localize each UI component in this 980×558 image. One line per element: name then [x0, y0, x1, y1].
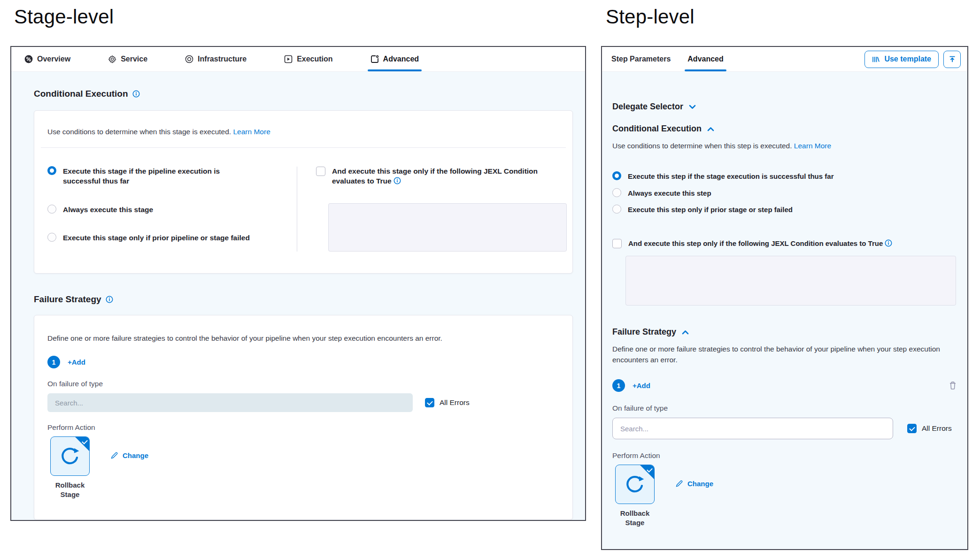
tab-service-label: Service — [121, 55, 147, 63]
jexl-checkbox[interactable] — [612, 239, 622, 248]
failure-type-search-input[interactable] — [612, 418, 893, 439]
radio-option-failed[interactable]: Execute this stage only if prior pipelin… — [47, 233, 297, 243]
radio-option-label: Execute this stage if the pipeline execu… — [63, 167, 227, 186]
overview-icon — [24, 55, 33, 63]
perform-action-label: Perform Action — [612, 451, 957, 460]
jexl-label-text: And execute this step only if the follow… — [628, 239, 883, 247]
strategy-count-badge[interactable]: 1 — [47, 356, 60, 368]
radio-icon — [612, 205, 621, 214]
failure-type-search-input[interactable] — [47, 393, 413, 412]
change-label: Change — [123, 451, 148, 459]
stage-failure-strategy-description: Define one or more failure strategies to… — [34, 315, 572, 344]
step-failure-strategy-header[interactable]: Failure Strategy — [612, 327, 957, 337]
screenshot-canvas: Stage-level Step-level Overview Service — [0, 0, 980, 558]
tab-execution[interactable]: Execution — [284, 47, 332, 71]
chevron-down-icon — [689, 105, 696, 109]
rollback-stage-action-tile[interactable] — [50, 436, 90, 476]
stage-jexl-checkbox-row[interactable]: And execute this stage only if the follo… — [316, 167, 572, 186]
tab-step-parameters-label: Step Parameters — [611, 55, 671, 63]
info-icon[interactable] — [132, 90, 140, 98]
tab-infrastructure-label: Infrastructure — [198, 55, 247, 63]
advanced-icon — [370, 55, 379, 63]
learn-more-link[interactable]: Learn More — [233, 128, 270, 136]
radio-option-success[interactable]: Execute this stage if the pipeline execu… — [47, 167, 297, 186]
upgrade-template-button[interactable] — [943, 51, 961, 68]
all-errors-label: All Errors — [922, 424, 952, 433]
change-action-link[interactable]: Change — [675, 480, 713, 488]
on-failure-of-type-label: On failure of type — [47, 380, 559, 388]
all-errors-checkbox-row[interactable]: All Errors — [425, 398, 470, 407]
radio-option-label: Always execute this stage — [63, 205, 153, 215]
radio-icon — [47, 166, 56, 175]
selected-corner-badge — [640, 465, 654, 479]
radio-icon — [47, 233, 56, 242]
stage-failure-strategy-title: Failure Strategy — [34, 294, 585, 305]
stage-conditional-execution-description: Use conditions to determine when this st… — [34, 111, 572, 147]
delegate-selector-header[interactable]: Delegate Selector — [612, 102, 957, 112]
radio-option-label: Execute this step if the stage execution… — [628, 172, 833, 181]
tab-step-parameters[interactable]: Step Parameters — [611, 47, 671, 71]
delete-strategy-icon[interactable] — [949, 381, 957, 390]
infrastructure-icon — [185, 55, 193, 63]
all-errors-checkbox[interactable] — [425, 398, 434, 407]
tab-overview-label: Overview — [37, 55, 70, 63]
jexl-label: And execute this stage only if the follo… — [332, 167, 539, 186]
stage-jexl-condition-input[interactable] — [328, 203, 567, 252]
info-icon[interactable] — [394, 177, 401, 184]
strategy-count-badge[interactable]: 1 — [612, 379, 625, 392]
all-errors-label: All Errors — [440, 398, 470, 407]
jexl-checkbox[interactable] — [316, 167, 325, 176]
stage-advanced-panel: Overview Service Infrastructure Executio… — [10, 46, 586, 521]
tab-step-advanced-label: Advanced — [687, 55, 723, 63]
step-conditional-execution-description: Use conditions to determine when this st… — [612, 141, 955, 151]
use-template-label: Use template — [884, 55, 931, 63]
change-action-link[interactable]: Change — [110, 451, 148, 459]
rollback-stage-action-tile[interactable] — [615, 465, 655, 504]
template-library-icon — [872, 56, 880, 63]
stage-failure-strategy-card: Define one or more failure strategies to… — [34, 315, 573, 520]
stage-tabbar: Overview Service Infrastructure Executio… — [11, 47, 585, 72]
tab-advanced-label: Advanced — [383, 55, 419, 63]
info-icon[interactable] — [106, 296, 113, 303]
all-errors-checkbox[interactable] — [907, 424, 917, 433]
step-jexl-checkbox-row[interactable]: And execute this step only if the follow… — [612, 239, 957, 248]
add-strategy-button[interactable]: +Add — [633, 382, 650, 390]
jexl-label: And execute this step only if the follow… — [628, 239, 892, 248]
selected-action-name: Rollback Stage — [612, 509, 657, 527]
use-template-button[interactable]: Use template — [864, 51, 939, 68]
step-jexl-condition-input[interactable] — [625, 256, 956, 306]
step-failure-strategy-description: Define one or more failure strategies to… — [612, 344, 955, 365]
radio-icon — [612, 171, 621, 180]
stage-conditional-execution-card: Use conditions to determine when this st… — [34, 110, 573, 274]
step-conditional-execution-header[interactable]: Conditional Execution — [612, 124, 957, 134]
step-panel-body: Delegate Selector Conditional Execution … — [602, 72, 967, 549]
radio-option-always[interactable]: Always execute this step — [612, 189, 957, 198]
service-gear-icon — [108, 55, 116, 63]
step-level-heading: Step-level — [606, 6, 694, 28]
description-text: Use conditions to determine when this st… — [612, 142, 792, 150]
delegate-selector-title: Delegate Selector — [612, 102, 683, 112]
all-errors-checkbox-row[interactable]: All Errors — [907, 424, 952, 433]
tab-execution-label: Execution — [297, 55, 332, 63]
stage-level-heading: Stage-level — [14, 6, 114, 28]
add-strategy-button[interactable]: +Add — [68, 358, 85, 366]
info-icon[interactable] — [885, 239, 892, 247]
tab-overview[interactable]: Overview — [24, 47, 70, 71]
radio-option-failed[interactable]: Execute this step only if prior stage or… — [612, 205, 957, 214]
radio-icon — [47, 205, 56, 214]
tab-step-advanced[interactable]: Advanced — [687, 47, 723, 71]
tab-service[interactable]: Service — [108, 47, 147, 71]
step-conditional-execution-title: Conditional Execution — [612, 124, 702, 134]
learn-more-link[interactable]: Learn More — [794, 142, 831, 150]
pencil-icon — [675, 480, 683, 488]
chevron-up-icon — [707, 127, 714, 131]
jexl-label-text: And execute this stage only if the follo… — [332, 167, 538, 185]
stage-panel-body: Conditional Execution Use conditions to … — [11, 72, 585, 520]
radio-option-success[interactable]: Execute this step if the stage execution… — [612, 172, 957, 181]
tab-infrastructure[interactable]: Infrastructure — [185, 47, 247, 71]
stage-failure-strategy-title-text: Failure Strategy — [34, 294, 101, 305]
description-text: Use conditions to determine when this st… — [47, 128, 231, 136]
step-advanced-panel: Step Parameters Advanced Use template De… — [601, 46, 968, 550]
radio-option-always[interactable]: Always execute this stage — [47, 205, 297, 215]
tab-advanced[interactable]: Advanced — [370, 47, 419, 71]
